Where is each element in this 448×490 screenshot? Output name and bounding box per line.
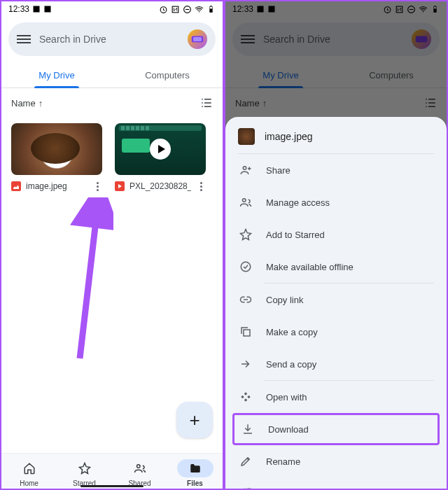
status-time: 12:33	[232, 4, 253, 14]
tabs: My Drive Computers	[1, 62, 223, 88]
sheet-manage-access[interactable]: Manage access	[225, 186, 447, 218]
link-icon	[239, 293, 252, 306]
download-icon	[241, 423, 254, 435]
svg-rect-12	[258, 6, 264, 13]
alarm-icon	[383, 5, 392, 14]
offline-icon	[239, 260, 252, 273]
svg-rect-7	[210, 6, 211, 6]
svg-rect-20	[434, 6, 436, 8]
sheet-add-starred[interactable]: Add to Starred	[225, 218, 447, 251]
svg-rect-25	[244, 330, 250, 336]
file-thumbnail[interactable]	[115, 123, 206, 175]
copy-icon	[239, 326, 252, 338]
status-app-icon	[43, 5, 52, 13]
sheet-download[interactable]: Download	[232, 413, 440, 445]
search-bar[interactable]: Search in Drive	[232, 22, 440, 56]
tab-computers[interactable]: Computers	[336, 62, 447, 88]
bottom-nav: Home Starred Shared Files	[1, 453, 223, 489]
sort-label: Name	[11, 98, 36, 108]
star-icon	[78, 462, 91, 475]
view-list-icon[interactable]	[424, 97, 437, 109]
svg-point-22	[243, 167, 246, 170]
account-avatar[interactable]	[412, 29, 431, 49]
account-avatar[interactable]	[188, 29, 207, 49]
file-item[interactable]: image.jpeg	[11, 123, 102, 191]
battery-icon	[206, 5, 216, 14]
sheet-header: image.jpeg	[225, 117, 447, 153]
menu-icon[interactable]	[17, 35, 31, 43]
status-app-icon	[267, 5, 276, 13]
file-thumbnail[interactable]	[11, 123, 102, 175]
wifi-icon	[419, 5, 428, 14]
play-icon	[150, 139, 171, 160]
nfc-icon	[395, 5, 404, 14]
status-app-icon	[32, 5, 41, 13]
sheet-rename[interactable]: Rename	[225, 445, 447, 477]
search-placeholder: Search in Drive	[39, 34, 179, 45]
svg-point-24	[241, 262, 251, 272]
wifi-icon	[195, 5, 204, 14]
people-icon	[239, 196, 252, 209]
svg-rect-8	[210, 6, 212, 8]
home-icon	[23, 462, 36, 475]
file-item[interactable]: PXL_20230828_1321580…	[115, 123, 206, 191]
annotation-arrow	[64, 197, 113, 365]
status-app-icon	[256, 5, 265, 13]
nav-files[interactable]: Files	[167, 459, 223, 487]
phone-right: 12:33 Search in Drive My Drive Computers	[225, 1, 447, 489]
list-header: Name ↑	[1, 88, 223, 118]
tab-my-drive[interactable]: My Drive	[225, 62, 336, 88]
view-list-icon[interactable]	[200, 97, 213, 109]
send-icon	[239, 358, 252, 370]
folder-icon	[189, 462, 202, 475]
svg-rect-19	[434, 6, 435, 6]
apps-icon	[239, 391, 252, 403]
nav-home[interactable]: Home	[1, 459, 57, 487]
svg-point-17	[423, 10, 424, 12]
search-placeholder: Search in Drive	[263, 34, 403, 45]
people-icon	[134, 462, 146, 475]
files-grid: image.jpeg PXL_20230828_1321580…	[1, 118, 223, 197]
tabs: My Drive Computers	[225, 62, 447, 88]
file-name: PXL_20230828_1321580…	[130, 181, 191, 191]
image-file-icon	[11, 181, 21, 191]
svg-point-5	[199, 10, 200, 12]
svg-point-11	[136, 465, 140, 468]
sort-toggle[interactable]: Name ↑	[11, 98, 43, 108]
sheet-share[interactable]: Share	[225, 154, 447, 186]
person-add-icon	[239, 164, 252, 176]
dnd-icon	[183, 5, 192, 14]
shortcut-icon	[239, 487, 252, 489]
nav-shared[interactable]: Shared	[112, 459, 167, 487]
list-header: Name ↑	[225, 88, 447, 118]
sheet-thumbnail	[238, 128, 255, 145]
sheet-add-shortcut[interactable]: Add shortcut to Drive	[225, 477, 447, 489]
fab-new[interactable]: +	[176, 402, 213, 438]
svg-rect-13	[269, 6, 275, 13]
svg-rect-21	[416, 36, 428, 43]
more-options-icon[interactable]	[92, 182, 102, 191]
sheet-make-copy[interactable]: Make a copy	[225, 316, 447, 348]
svg-rect-0	[34, 6, 40, 13]
nav-starred[interactable]: Starred	[57, 459, 112, 487]
sort-toggle[interactable]: Name ↑	[235, 98, 267, 108]
star-icon	[239, 228, 252, 241]
dnd-icon	[407, 5, 416, 14]
menu-icon[interactable]	[241, 35, 255, 43]
pencil-icon	[239, 455, 252, 468]
battery-icon	[430, 5, 440, 14]
sheet-copy-link[interactable]: Copy link	[225, 284, 447, 316]
search-bar[interactable]: Search in Drive	[8, 22, 216, 56]
sort-arrow-icon: ↑	[262, 98, 267, 108]
more-options-icon[interactable]	[196, 182, 206, 191]
sheet-send-copy[interactable]: Send a copy	[225, 348, 447, 380]
tab-my-drive[interactable]: My Drive	[1, 62, 112, 88]
sheet-open-with[interactable]: Open with	[225, 381, 447, 413]
alarm-icon	[159, 5, 168, 14]
sheet-offline[interactable]: Make available offline	[225, 251, 447, 283]
tab-computers[interactable]: Computers	[112, 62, 223, 88]
nfc-icon	[171, 5, 180, 14]
svg-point-23	[243, 199, 246, 202]
screenshot-pair: 12:33 Search in Drive My Drive Computers	[0, 0, 448, 490]
status-bar: 12:33	[1, 1, 223, 17]
